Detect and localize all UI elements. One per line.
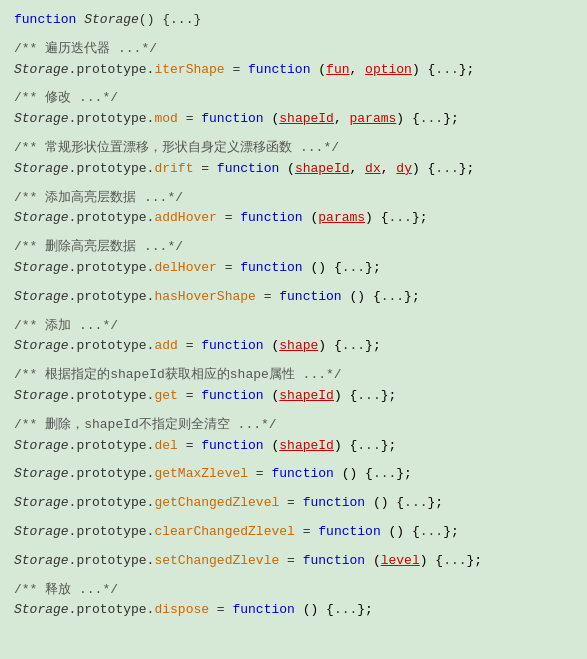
comment-addHover: /** 添加高亮层数据 ...*/ bbox=[14, 188, 573, 209]
comment-mod: /** 修改 ...*/ bbox=[14, 88, 573, 109]
comment-del: /** 删除，shapeId不指定则全清空 ...*/ bbox=[14, 415, 573, 436]
comment-iter: /** 遍历迭代器 ...*/ bbox=[14, 39, 573, 60]
comment-dispose: /** 释放 ...*/ bbox=[14, 580, 573, 601]
line-addHover: Storage.prototype.addHover = function (p… bbox=[14, 208, 573, 229]
line-get: Storage.prototype.get = function (shapeI… bbox=[14, 386, 573, 407]
line-mod: Storage.prototype.mod = function (shapeI… bbox=[14, 109, 573, 130]
comment-add: /** 添加 ...*/ bbox=[14, 316, 573, 337]
line-hasHoverShape: Storage.prototype.hasHoverShape = functi… bbox=[14, 287, 573, 308]
comment-drift: /** 常规形状位置漂移，形状自身定义漂移函数 ...*/ bbox=[14, 138, 573, 159]
code-editor: function Storage() {...} /** 遍历迭代器 ...*/… bbox=[14, 10, 573, 621]
line-del: Storage.prototype.del = function (shapeI… bbox=[14, 436, 573, 457]
line-clearChangedZlevel: Storage.prototype.clearChangedZlevel = f… bbox=[14, 522, 573, 543]
line-setChangedZlevle: Storage.prototype.setChangedZlevle = fun… bbox=[14, 551, 573, 572]
comment-get: /** 根据指定的shapeId获取相应的shape属性 ...*/ bbox=[14, 365, 573, 386]
line-add: Storage.prototype.add = function (shape)… bbox=[14, 336, 573, 357]
line-iterShape: Storage.prototype.iterShape = function (… bbox=[14, 60, 573, 81]
comment-delHover: /** 删除高亮层数据 ...*/ bbox=[14, 237, 573, 258]
line-function-decl: function Storage() {...} bbox=[14, 10, 573, 31]
line-drift: Storage.prototype.drift = function (shap… bbox=[14, 159, 573, 180]
line-getMaxZlevel: Storage.prototype.getMaxZlevel = functio… bbox=[14, 464, 573, 485]
line-delHover: Storage.prototype.delHover = function ()… bbox=[14, 258, 573, 279]
line-getChangedZlevel: Storage.prototype.getChangedZlevel = fun… bbox=[14, 493, 573, 514]
line-dispose: Storage.prototype.dispose = function () … bbox=[14, 600, 573, 621]
